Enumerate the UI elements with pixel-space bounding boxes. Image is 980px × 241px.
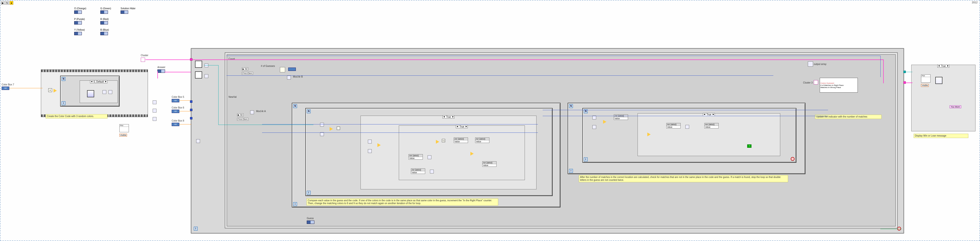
bundle-icon-1[interactable] bbox=[153, 101, 156, 104]
arr-prop-4[interactable]: Arr (strict) Value bbox=[482, 161, 496, 167]
arr-prop-5[interactable]: Arr (strict) Value bbox=[411, 168, 425, 174]
index-icon[interactable] bbox=[108, 90, 112, 94]
colorbox5-terminal[interactable]: I32 bbox=[172, 99, 179, 102]
true-const-1[interactable]: T bbox=[747, 144, 751, 148]
label-mod-ar-a: Mod Ar A bbox=[256, 110, 266, 113]
comment-compare-text: Compare each value in the guess and the … bbox=[308, 199, 492, 204]
i-terminal-1[interactable]: i bbox=[62, 101, 65, 105]
n-terminal-1[interactable]: N bbox=[62, 77, 65, 81]
you-won-string[interactable]: You Won! bbox=[950, 105, 961, 108]
colorbox7-terminal[interactable]: I32 bbox=[2, 86, 9, 90]
enum-solution-hider[interactable] bbox=[121, 10, 128, 14]
pict-label-2: Pict bbox=[921, 75, 930, 77]
n-terminal-2b[interactable]: N bbox=[307, 109, 310, 113]
num-guesses-local[interactable]: ▶ Str bbox=[242, 67, 248, 70]
cluster-terminal[interactable] bbox=[141, 57, 145, 62]
enum-p-purple[interactable] bbox=[74, 21, 82, 24]
frame-index: 2012 bbox=[972, 1, 978, 4]
for-loop-inner-a: N i True True Arr bbox=[305, 108, 553, 196]
bundle-icon-2[interactable] bbox=[153, 109, 156, 113]
enum-r-red[interactable] bbox=[100, 21, 108, 24]
unbundle-subvi-2[interactable] bbox=[195, 71, 202, 78]
first-elem-local[interactable]: First Elem bbox=[242, 72, 253, 75]
arr-prop-8[interactable]: Arr (strict) Value bbox=[705, 123, 719, 128]
mod-ar-b-array[interactable] bbox=[287, 76, 291, 80]
random-color-subvi[interactable] bbox=[87, 90, 94, 97]
bundle-by-name[interactable]: Colors Guessed # of Matches in Right Pla… bbox=[820, 78, 858, 93]
arr-prop-7[interactable]: Arr (strict) Value bbox=[667, 123, 681, 128]
i-terminal-3b[interactable]: i bbox=[584, 158, 588, 161]
index-array-b2[interactable] bbox=[368, 149, 372, 153]
enum-b-blue[interactable] bbox=[100, 32, 108, 35]
label-p-purple: P (Purple) bbox=[74, 18, 85, 21]
block-diagram-canvas[interactable]: ▶ ↻ ● 2012 O (Orange) G (Green) P (Purpl… bbox=[0, 0, 980, 241]
build-array-output[interactable] bbox=[808, 61, 813, 67]
n-terminal-2[interactable]: N bbox=[293, 104, 297, 108]
visible-prop-1[interactable]: Visible bbox=[119, 134, 127, 137]
dialog-subvi[interactable] bbox=[935, 77, 942, 84]
index-array-a1[interactable] bbox=[320, 123, 324, 126]
case-selector-2[interactable]: True bbox=[442, 115, 455, 118]
colorbox6-terminal[interactable]: I32 bbox=[172, 110, 179, 113]
enum-o-orange[interactable] bbox=[74, 10, 82, 14]
str-local-2[interactable]: ▶ Str bbox=[237, 113, 243, 117]
answer-terminal[interactable] bbox=[158, 69, 165, 73]
arr-prop-1[interactable]: Arr (strict) Value bbox=[409, 154, 423, 160]
case-selector-4[interactable]: True bbox=[937, 64, 949, 67]
run-button[interactable]: ▶ bbox=[1, 1, 5, 5]
arr-prop-2[interactable]: Arr (strict) Value bbox=[454, 137, 468, 143]
mod-ar-a-array[interactable] bbox=[250, 110, 254, 114]
cluster3-terminal[interactable] bbox=[814, 80, 818, 85]
inner-while-stop[interactable] bbox=[791, 157, 794, 161]
arr-prop-5-val: Value bbox=[411, 171, 425, 174]
guess-count-indicator[interactable] bbox=[288, 67, 296, 71]
first-elem-2[interactable]: First Elem bbox=[237, 118, 248, 121]
num-const-1[interactable]: 6 bbox=[48, 88, 52, 92]
while-i-terminal[interactable]: i bbox=[194, 227, 197, 231]
bool-junction-1 bbox=[337, 126, 340, 130]
index-array-c2[interactable] bbox=[592, 125, 596, 129]
comment-winlose: Display Win or Lose message bbox=[914, 134, 968, 138]
arr-prop-3-val: Value bbox=[476, 140, 489, 143]
array-build-icon[interactable] bbox=[102, 90, 106, 94]
i-terminal-2[interactable]: i bbox=[293, 202, 297, 206]
guess-terminal[interactable] bbox=[307, 220, 314, 224]
arr-prop-3[interactable]: Arr (strict) Value bbox=[475, 137, 489, 143]
case-inner-replace: True Arr (strict) Value +1 Arr (strict) bbox=[399, 125, 525, 180]
replace-array-2[interactable] bbox=[430, 170, 434, 174]
index-array-c1[interactable] bbox=[592, 116, 596, 120]
ref-icon-2[interactable] bbox=[205, 74, 208, 78]
replace-array-1[interactable] bbox=[428, 155, 431, 159]
bundle-icon-3[interactable] bbox=[153, 117, 156, 121]
bundle-item-right: # of Matches in Right Place bbox=[821, 84, 843, 86]
pict-ref-1[interactable]: Pict bbox=[119, 124, 129, 132]
plus-one-1: +1 bbox=[442, 139, 445, 142]
run-cont-button[interactable]: ↻ bbox=[5, 1, 9, 5]
format-string-icon[interactable] bbox=[280, 67, 285, 72]
visible-prop-2[interactable]: Visible bbox=[921, 84, 929, 87]
tunnel-cluster-in bbox=[190, 58, 192, 61]
tunnel-blue-3 bbox=[190, 117, 192, 120]
enum-const-2[interactable] bbox=[196, 139, 200, 143]
case-selector-1[interactable]: 0, Default bbox=[90, 80, 108, 83]
pict-ref-2[interactable]: Pict bbox=[921, 75, 931, 83]
index-array-b1[interactable] bbox=[368, 140, 372, 144]
case-true-wrongplace: True Arr (strict) Value Arr (strict) Val… bbox=[638, 113, 780, 156]
arr-prop-6[interactable]: Arr (strict) Value bbox=[614, 115, 628, 120]
enum-g-green[interactable] bbox=[100, 10, 108, 14]
index-array-a2[interactable] bbox=[320, 132, 324, 136]
i-terminal-3[interactable]: i bbox=[569, 169, 573, 173]
replace-array-3[interactable] bbox=[686, 125, 689, 129]
colorbox8-terminal[interactable]: I32 bbox=[172, 123, 179, 126]
i-terminal-2b[interactable]: i bbox=[307, 191, 310, 195]
arr-prop-4-val: Value bbox=[482, 164, 496, 166]
while-stop-terminal[interactable] bbox=[897, 227, 901, 231]
label-output-array: output array bbox=[814, 63, 826, 65]
ref-icon-1[interactable] bbox=[205, 64, 208, 67]
toolbar: ▶ ↻ ● bbox=[1, 1, 13, 5]
case-selector-2b[interactable]: True bbox=[456, 125, 468, 128]
n-terminal-3[interactable]: N bbox=[569, 104, 573, 108]
unbundle-subvi-1[interactable] bbox=[195, 61, 202, 68]
highlight-button[interactable]: ● bbox=[10, 1, 13, 5]
enum-y-yellow[interactable] bbox=[74, 32, 82, 35]
